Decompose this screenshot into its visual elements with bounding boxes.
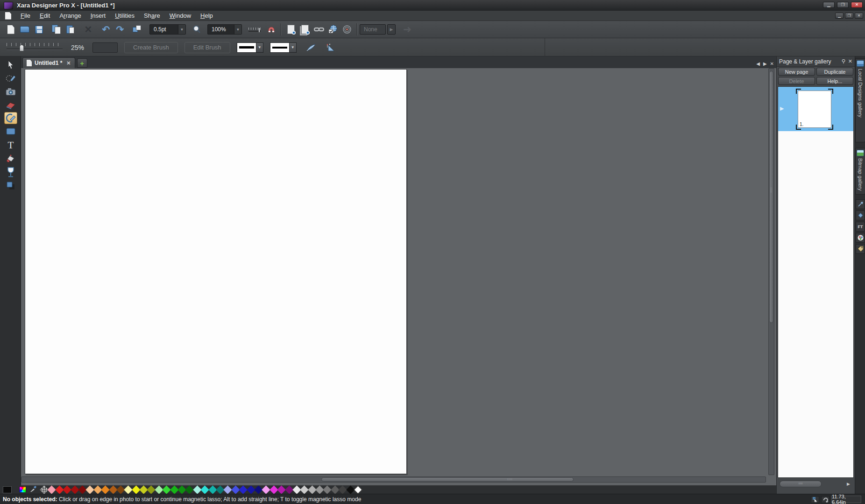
panel-close-icon[interactable]: ✕ xyxy=(848,58,852,64)
website-export-button[interactable] xyxy=(326,23,340,36)
menu-share[interactable]: Share xyxy=(139,11,165,21)
page-preview-button[interactable] xyxy=(284,23,298,36)
preset-select[interactable]: None xyxy=(360,24,386,35)
undo-button[interactable]: ↶ xyxy=(99,23,113,36)
tab-bitmap-gallery[interactable]: Bitmap gallery xyxy=(855,148,865,195)
current-color-swatch[interactable] xyxy=(3,486,12,493)
delete-x-icon: ✕ xyxy=(85,25,92,34)
vertical-scrollbar[interactable]: ıııı xyxy=(768,68,774,475)
menu-edit[interactable]: Edit xyxy=(35,11,55,21)
brush-name-field[interactable] xyxy=(92,42,118,53)
erase-tool[interactable] xyxy=(4,99,17,112)
scroll-right-icon[interactable]: ▶ xyxy=(847,482,850,486)
hyperlink-button[interactable] xyxy=(312,23,326,36)
close-button[interactable]: ✕ xyxy=(851,2,863,8)
preset-next-button[interactable]: ▶ xyxy=(387,24,396,35)
vertical-scrollbar-thumb[interactable] xyxy=(769,71,773,323)
new-document-button[interactable] xyxy=(4,23,18,36)
freehand-brush-tool[interactable] xyxy=(4,72,17,84)
selection-preview-button[interactable] xyxy=(298,23,312,36)
panel-title-bar: Page & Layer gallery ⚲ ✕ xyxy=(777,56,855,67)
menu-bar: File Edit Arrange Insert Utilities Share… xyxy=(0,11,865,21)
paste-button[interactable] xyxy=(64,23,78,36)
magnetic-lasso-tool[interactable] xyxy=(4,112,17,124)
bitmap-gallery-label: Bitmap gallery xyxy=(858,158,863,191)
shadow-tool[interactable] xyxy=(4,180,17,192)
restore-button[interactable]: ❐ xyxy=(837,2,849,8)
delete-button[interactable]: Delete xyxy=(778,77,815,85)
snap-to-objects-button[interactable] xyxy=(264,23,278,36)
canvas-area[interactable]: ıııı ıııı xyxy=(21,68,776,485)
document-page[interactable] xyxy=(25,69,407,474)
menu-window[interactable]: Window xyxy=(165,11,196,21)
delete-button[interactable]: ✕ xyxy=(81,23,95,36)
redo-button[interactable]: ↷ xyxy=(113,23,127,36)
color-editor-icon[interactable] xyxy=(19,486,26,493)
redo-icon: ↷ xyxy=(116,25,124,34)
menu-help[interactable]: Help xyxy=(196,11,218,21)
pin-icon[interactable]: ⚲ xyxy=(842,58,845,64)
tab-local-designs-gallery[interactable]: Local Designs gallery xyxy=(855,58,865,142)
preview-in-browser-button[interactable] xyxy=(340,23,354,36)
line-width-select[interactable]: 0.5pt ▼ xyxy=(149,24,186,35)
panel-scrollbar[interactable]: ▶ xyxy=(778,479,854,489)
folder-icon xyxy=(857,60,864,67)
tab-fonts-gallery[interactable]: FT xyxy=(856,222,865,231)
wine-glass-icon xyxy=(7,167,15,177)
freehand-feather-button[interactable] xyxy=(304,41,318,54)
tab-bar-close-icon[interactable]: ✕ xyxy=(770,61,774,66)
help-button[interactable]: Help... xyxy=(816,77,853,85)
document-tab[interactable]: Untitled1 * ✕ xyxy=(22,57,75,68)
tab-line-gallery[interactable] xyxy=(856,199,865,209)
duplicate-button[interactable] xyxy=(130,23,144,36)
zoom-level-select[interactable]: 100% ▼ xyxy=(207,24,242,35)
tab-scroll-left-icon[interactable]: ◀ xyxy=(756,61,760,66)
selector-arrow-icon xyxy=(7,60,14,70)
create-brush-button[interactable]: Create Brush xyxy=(124,42,178,53)
fill-tool[interactable] xyxy=(4,153,17,165)
color-swatch[interactable] xyxy=(354,485,362,494)
page-thumbnail[interactable]: 1. xyxy=(798,91,831,128)
magnetic-lasso-icon xyxy=(6,113,16,123)
brush-stroke-button[interactable] xyxy=(323,41,337,54)
horizontal-scrollbar[interactable]: ıııı xyxy=(21,476,766,483)
menu-file[interactable]: File xyxy=(16,11,35,21)
minimize-button[interactable]: ▁ xyxy=(823,2,835,8)
menu-utilities[interactable]: Utilities xyxy=(110,11,139,21)
smoothing-slider[interactable] xyxy=(7,43,63,52)
tab-color-gallery[interactable] xyxy=(856,233,865,243)
export-arrow-button[interactable]: ➜ xyxy=(400,23,414,36)
save-button[interactable] xyxy=(32,23,46,36)
panel-scrollbar-thumb[interactable] xyxy=(780,481,822,487)
page-row-selected[interactable]: ▶ 1. xyxy=(778,87,853,131)
new-tab-button[interactable]: + xyxy=(77,58,87,68)
menu-insert[interactable]: Insert xyxy=(86,11,111,21)
open-button[interactable] xyxy=(18,23,32,36)
stroke-shape-select-a[interactable]: ▼ xyxy=(237,42,263,53)
stroke-shape-select-b[interactable]: ▼ xyxy=(270,42,297,53)
menu-arrange[interactable]: Arrange xyxy=(55,11,85,21)
text-tool[interactable]: T xyxy=(4,139,17,151)
zoom-options-button[interactable] xyxy=(190,23,204,36)
page-preview-icon xyxy=(287,25,295,34)
duplicate-button[interactable]: Duplicate xyxy=(816,68,853,76)
mdi-minimize-button[interactable]: ▁ xyxy=(835,13,844,19)
new-page-button[interactable]: New page xyxy=(778,68,815,76)
mdi-close-button[interactable]: ✕ xyxy=(855,13,863,19)
mdi-restore-button[interactable]: ❐ xyxy=(845,13,853,19)
photo-tool[interactable] xyxy=(4,86,17,98)
rectangle-tool[interactable] xyxy=(4,126,17,138)
copy-button[interactable] xyxy=(50,23,64,36)
edit-brush-button[interactable]: Edit Brush xyxy=(184,42,230,53)
tab-close-icon[interactable]: ✕ xyxy=(66,60,71,66)
selector-tool[interactable] xyxy=(4,59,17,71)
horizontal-scrollbar-thumb[interactable] xyxy=(321,477,574,482)
tab-name-gallery[interactable] xyxy=(856,244,865,254)
transparency-tool[interactable] xyxy=(4,166,17,178)
eyedropper-icon[interactable] xyxy=(30,486,36,494)
expander-icon[interactable]: ▶ xyxy=(780,105,784,112)
tab-fill-gallery[interactable] xyxy=(856,210,865,220)
chevron-down-icon: ▼ xyxy=(256,43,263,52)
feather-slider-button[interactable] xyxy=(248,23,262,36)
tab-scroll-right-icon[interactable]: ▶ xyxy=(763,61,767,66)
